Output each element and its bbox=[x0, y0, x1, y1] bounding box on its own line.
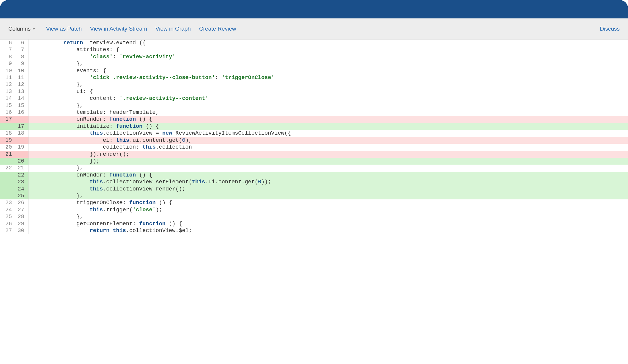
create-review-link[interactable]: Create Review bbox=[199, 26, 236, 32]
diff-row[interactable]: 66 return ItemView.extend ({ bbox=[0, 40, 628, 46]
diff-marker bbox=[29, 81, 35, 88]
code-line: initialize: function () { bbox=[35, 123, 628, 130]
diff-marker bbox=[29, 40, 35, 46]
diff-row[interactable]: 2221 }, bbox=[0, 165, 628, 171]
line-number-new: 21 bbox=[14, 165, 29, 171]
code-line: }, bbox=[35, 213, 628, 220]
line-number-new: 19 bbox=[14, 144, 29, 151]
diff-marker bbox=[29, 220, 35, 227]
diff-row[interactable]: 1818 this.collectionView = new ReviewAct… bbox=[0, 130, 628, 137]
diff-marker bbox=[29, 102, 35, 109]
diff-marker bbox=[29, 165, 35, 171]
diff-marker bbox=[29, 137, 35, 144]
line-number-new: 22 bbox=[14, 172, 29, 179]
line-number-new: 27 bbox=[14, 207, 29, 213]
line-number-old: 25 bbox=[0, 213, 14, 220]
header-bar bbox=[0, 0, 628, 18]
diff-marker bbox=[29, 193, 35, 199]
code-line: this.collectionView.setElement(this.ui.c… bbox=[35, 179, 628, 185]
diff-row[interactable]: 2019 collection: this.collection bbox=[0, 144, 628, 151]
diff-row[interactable]: 21 }).render(); bbox=[0, 151, 628, 158]
diff-row[interactable]: 20 }); bbox=[0, 158, 628, 165]
columns-dropdown[interactable]: Columns bbox=[8, 26, 35, 32]
code-line: events: { bbox=[35, 67, 628, 74]
line-number-old: 11 bbox=[0, 74, 14, 81]
diff-row[interactable]: 1010 events: { bbox=[0, 67, 628, 74]
line-number-old bbox=[0, 158, 14, 165]
diff-row[interactable]: 1515 }, bbox=[0, 102, 628, 109]
columns-label: Columns bbox=[8, 26, 31, 32]
diff-row[interactable]: 2730 return this.collectionView.$el; bbox=[0, 227, 628, 234]
diff-marker bbox=[29, 227, 35, 234]
code-line: 'class': 'review-activity' bbox=[35, 53, 628, 60]
code-line: }, bbox=[35, 165, 628, 171]
line-number-new: 26 bbox=[14, 199, 29, 206]
diff-row[interactable]: 19 el: this.ui.content.get(0), bbox=[0, 137, 628, 144]
line-number-old: 14 bbox=[0, 95, 14, 102]
diff-marker bbox=[29, 186, 35, 193]
diff-row[interactable]: 1313 ui: { bbox=[0, 88, 628, 95]
diff-marker bbox=[29, 158, 35, 165]
diff-row[interactable]: 17 initialize: function () { bbox=[0, 123, 628, 130]
diff-row[interactable]: 23 this.collectionView.setElement(this.u… bbox=[0, 179, 628, 185]
diff-row[interactable]: 2629 getContentElement: function () { bbox=[0, 220, 628, 227]
diff-row[interactable]: 2528 }, bbox=[0, 213, 628, 220]
diff-marker bbox=[29, 151, 35, 158]
discuss-link[interactable]: Discuss bbox=[600, 26, 620, 32]
line-number-new: 7 bbox=[14, 46, 29, 53]
line-number-new: 20 bbox=[14, 158, 29, 165]
diff-table: 66 return ItemView.extend ({77 attribute… bbox=[0, 40, 628, 234]
line-number-new: 24 bbox=[14, 186, 29, 193]
line-number-old: 13 bbox=[0, 88, 14, 95]
diff-row[interactable]: 22 onRender: function () { bbox=[0, 172, 628, 179]
chevron-down-icon bbox=[32, 28, 35, 30]
diff-toolbar: Columns View as Patch View in Activity S… bbox=[0, 18, 628, 40]
diff-row[interactable]: 88 'class': 'review-activity' bbox=[0, 53, 628, 60]
line-number-new: 23 bbox=[14, 179, 29, 185]
code-line: attributes: { bbox=[35, 46, 628, 53]
diff-row[interactable]: 1414 content: '.review-activity--content… bbox=[0, 95, 628, 102]
diff-marker bbox=[29, 88, 35, 95]
line-number-old: 7 bbox=[0, 46, 14, 53]
line-number-new: 13 bbox=[14, 88, 29, 95]
line-number-new: 8 bbox=[14, 53, 29, 60]
diff-row[interactable]: 1616 template: headerTemplate, bbox=[0, 109, 628, 116]
line-number-new bbox=[14, 151, 29, 158]
code-line: content: '.review-activity--content' bbox=[35, 95, 628, 102]
diff-row[interactable]: 77 attributes: { bbox=[0, 46, 628, 53]
diff-row[interactable]: 17 onRender: function () { bbox=[0, 116, 628, 123]
diff-row[interactable]: 1111 'click .review-activity--close-butt… bbox=[0, 74, 628, 81]
line-number-new: 25 bbox=[14, 193, 29, 199]
view-in-graph-link[interactable]: View in Graph bbox=[155, 26, 191, 32]
line-number-old: 17 bbox=[0, 116, 14, 123]
code-line: this.collectionView.render(); bbox=[35, 186, 628, 193]
code-line: }).render(); bbox=[35, 151, 628, 158]
diff-marker bbox=[29, 179, 35, 185]
line-number-old bbox=[0, 179, 14, 185]
diff-row[interactable]: 24 this.collectionView.render(); bbox=[0, 186, 628, 193]
line-number-new: 11 bbox=[14, 74, 29, 81]
diff-marker bbox=[29, 95, 35, 102]
line-number-new: 9 bbox=[14, 60, 29, 67]
line-number-old: 24 bbox=[0, 207, 14, 213]
code-line: triggerOnClose: function () { bbox=[35, 199, 628, 206]
diff-marker bbox=[29, 53, 35, 60]
line-number-old: 27 bbox=[0, 227, 14, 234]
code-line: }, bbox=[35, 60, 628, 67]
line-number-old bbox=[0, 123, 14, 130]
diff-row[interactable]: 2427 this.trigger('close'); bbox=[0, 207, 628, 213]
diff-row[interactable]: 2326 triggerOnClose: function () { bbox=[0, 199, 628, 206]
line-number-old: 26 bbox=[0, 220, 14, 227]
diff-row[interactable]: 1212 }, bbox=[0, 81, 628, 88]
line-number-old: 18 bbox=[0, 130, 14, 137]
diff-row[interactable]: 99 }, bbox=[0, 60, 628, 67]
view-in-activity-stream-link[interactable]: View in Activity Stream bbox=[90, 26, 147, 32]
line-number-new: 6 bbox=[14, 40, 29, 46]
diff-marker bbox=[29, 109, 35, 116]
line-number-old: 21 bbox=[0, 151, 14, 158]
diff-row[interactable]: 25 }, bbox=[0, 193, 628, 199]
line-number-new: 18 bbox=[14, 130, 29, 137]
line-number-new: 17 bbox=[14, 123, 29, 130]
view-as-patch-link[interactable]: View as Patch bbox=[46, 26, 82, 32]
line-number-old: 10 bbox=[0, 67, 14, 74]
